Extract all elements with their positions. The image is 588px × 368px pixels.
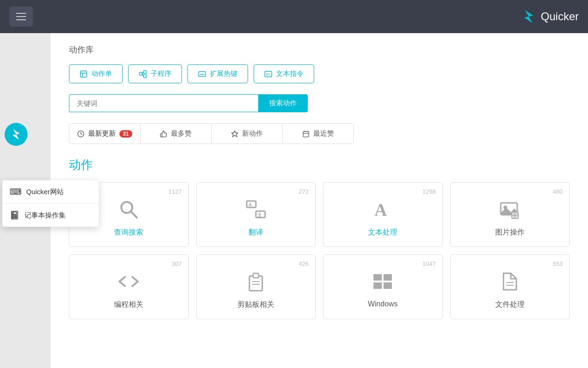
svg-rect-5 xyxy=(140,72,142,75)
translate-icon: A 文 xyxy=(245,198,267,220)
card-count: 480 xyxy=(553,188,563,195)
card-count: 272 xyxy=(299,188,309,195)
search-icon xyxy=(118,198,140,220)
thumbs-up-icon xyxy=(160,130,167,138)
hamburger-line xyxy=(16,19,26,20)
search-button[interactable]: 搜索动作 xyxy=(258,94,308,112)
dropdown-item-notepad-ops[interactable]: 📓 记事本操作集 xyxy=(2,204,99,227)
header: Quicker xyxy=(0,0,588,33)
card-clipboard[interactable]: 426 剪贴板相关 xyxy=(196,254,316,319)
card-count: 553 xyxy=(553,260,563,267)
svg-rect-2 xyxy=(80,71,87,77)
card-count: 307 xyxy=(172,260,182,267)
filter-tab-latest[interactable]: 最新更新 31 xyxy=(69,124,141,144)
hamburger-line xyxy=(16,16,26,17)
card-label: 编程相关 xyxy=(75,300,183,310)
dropdown-item-quicker-site[interactable]: ⌨ Quicker网站 xyxy=(2,180,99,203)
svg-rect-43 xyxy=(384,282,392,289)
card-label: Windows xyxy=(329,300,437,308)
card-label: 剪贴板相关 xyxy=(202,300,310,310)
sidebar: ⌨ Quicker网站 📓 记事本操作集 xyxy=(0,33,51,368)
filter-tab-label: 新动作 xyxy=(242,129,263,138)
card-translate[interactable]: 272 A 文 翻译 xyxy=(196,182,316,247)
card-count: 426 xyxy=(299,260,309,267)
text-icon: A xyxy=(372,198,394,220)
brand: Quicker xyxy=(521,9,579,24)
code-icon xyxy=(118,270,140,293)
svg-rect-41 xyxy=(384,274,392,281)
tab-text-cmd[interactable]: Ad 文本指令 xyxy=(254,64,314,83)
star-icon xyxy=(231,130,238,138)
calendar-icon xyxy=(302,130,310,138)
keyboard-icon: ⌨ xyxy=(10,187,22,197)
card-image[interactable]: 480 图片操作 xyxy=(450,182,570,247)
filter-tab-label: 最新更新 xyxy=(88,129,116,138)
svg-text:文: 文 xyxy=(257,213,262,218)
card-label: 翻译 xyxy=(202,228,310,237)
hotkey-icon xyxy=(198,70,206,78)
filter-tab-label: 最近赞 xyxy=(313,129,334,138)
svg-rect-42 xyxy=(373,282,382,289)
svg-rect-40 xyxy=(373,274,382,281)
svg-text:A: A xyxy=(249,202,252,207)
card-label: 图片操作 xyxy=(456,228,564,237)
page-title: 动作库 xyxy=(51,33,588,64)
history-icon xyxy=(77,130,85,138)
brand-logo-icon xyxy=(521,9,536,24)
svg-rect-37 xyxy=(253,273,259,278)
card-label: 文本处理 xyxy=(329,228,437,237)
card-label: 查询搜索 xyxy=(75,228,183,237)
subroutine-icon xyxy=(139,70,147,78)
tab-label: 扩展热键 xyxy=(210,69,237,78)
svg-text:A: A xyxy=(374,200,387,219)
svg-rect-7 xyxy=(144,75,147,77)
tab-label: 子程序 xyxy=(151,69,171,78)
card-file[interactable]: 553 文件处理 xyxy=(450,254,570,319)
tab-hotkey[interactable]: 扩展热键 xyxy=(187,64,248,83)
hamburger-line xyxy=(16,13,26,14)
section-title-highlight: 动作 xyxy=(69,158,93,172)
svg-marker-0 xyxy=(524,10,533,23)
tab-action-list[interactable]: 动作单 xyxy=(69,64,123,83)
file-icon xyxy=(499,270,521,293)
main-content: 动作库 动作单 子程序 扩展热键 xyxy=(51,33,588,368)
filter-tab-label: 最多赞 xyxy=(171,129,192,138)
card-text[interactable]: 1298 A 文本处理 xyxy=(323,182,443,247)
brand-name: Quicker xyxy=(541,10,579,23)
card-grid-row2: 307 编程相关 426 剪贴板相关 104 xyxy=(51,254,588,319)
windows-icon xyxy=(372,270,394,293)
card-windows[interactable]: 1047 Windows xyxy=(323,254,443,319)
filter-bar: 最新更新 31 最多赞 新动作 最近赞 xyxy=(69,123,354,144)
card-grid-row1: 1127 查询搜索 272 A 文 翻译 129 xyxy=(51,182,588,247)
image-icon xyxy=(499,198,521,220)
tab-label: 动作单 xyxy=(91,69,112,78)
svg-rect-20 xyxy=(303,131,309,137)
quicker-fab-button[interactable] xyxy=(5,123,28,146)
card-label: 文件处理 xyxy=(456,300,564,310)
text-cmd-icon: Ad xyxy=(264,70,272,78)
card-count: 1298 xyxy=(423,188,436,195)
section-title: 动作 xyxy=(51,157,588,182)
svg-line-25 xyxy=(131,212,137,218)
card-code[interactable]: 307 编程相关 xyxy=(69,254,189,319)
filter-tab-new[interactable]: 新动作 xyxy=(212,124,283,144)
action-list-icon xyxy=(79,70,88,78)
svg-rect-6 xyxy=(144,70,147,73)
svg-marker-1 xyxy=(12,129,20,140)
svg-point-24 xyxy=(121,202,132,213)
notepad-icon: 📓 xyxy=(10,210,20,220)
svg-text:Ad: Ad xyxy=(266,73,270,76)
search-bar: 搜索动作 xyxy=(69,94,308,112)
card-count: 1127 xyxy=(169,188,182,195)
search-input[interactable] xyxy=(69,94,258,112)
quicker-fab-icon xyxy=(10,128,22,140)
filter-tab-most-liked[interactable]: 最多赞 xyxy=(141,124,212,144)
tab-bar: 动作单 子程序 扩展热键 Ad 文本指令 xyxy=(51,64,588,83)
layout: ⌨ Quicker网站 📓 记事本操作集 动作库 动作单 xyxy=(0,33,588,368)
dropdown-item-label: 记事本操作集 xyxy=(24,211,66,220)
menu-button[interactable] xyxy=(9,6,33,27)
clipboard-icon xyxy=(245,270,267,293)
tab-subroutine[interactable]: 子程序 xyxy=(128,64,182,83)
filter-tab-recent-liked[interactable]: 最近赞 xyxy=(283,124,353,144)
dropdown-item-label: Quicker网站 xyxy=(26,188,64,196)
